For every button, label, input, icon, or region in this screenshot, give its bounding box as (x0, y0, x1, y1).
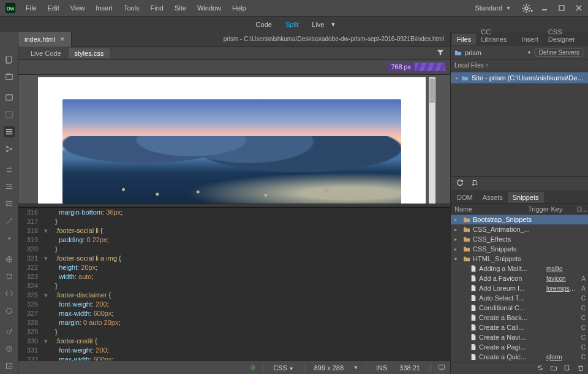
ruler[interactable]: 768 px (18, 60, 450, 75)
code-line[interactable]: 322 height: 20px; (18, 263, 450, 272)
snippet-folder[interactable]: ▸CSS_Snippets (451, 244, 588, 254)
code-line[interactable]: 325▾ .footer-disclaimer { (18, 291, 450, 300)
site-selector[interactable]: prism ▾ (454, 49, 530, 56)
tab-insert[interactable]: Insert (516, 34, 543, 45)
tab-dom[interactable]: DOM (452, 192, 478, 203)
code-line[interactable]: 321▾ .footer-social li a img { (18, 254, 450, 263)
preview-scrollbar[interactable] (429, 77, 435, 204)
code-line[interactable]: 327 max-width: 600px; (18, 309, 450, 318)
refresh-icon[interactable] (456, 178, 464, 188)
code-line[interactable]: 316 margin-bottom: 36px; (18, 208, 450, 217)
menu-insert[interactable]: Insert (91, 2, 118, 14)
related-file-tab[interactable]: styles.css (69, 48, 110, 58)
collapse-icon[interactable] (4, 271, 15, 282)
snippet-item[interactable]: Create a Pagi...C (451, 342, 588, 352)
code-line[interactable]: 319 padding: 0 22px; (18, 235, 450, 245)
tab-cc-libraries[interactable]: CC Libraries (476, 26, 516, 45)
fold-toggle[interactable] (44, 309, 50, 318)
disclosure-icon[interactable]: ▸ (454, 227, 461, 232)
view-live[interactable]: Live (308, 20, 328, 29)
code-line[interactable]: 323 width: auto; (18, 272, 450, 281)
fold-toggle[interactable] (44, 235, 50, 245)
recent-icon[interactable] (4, 343, 15, 354)
tab-assets[interactable]: Assets (478, 192, 508, 203)
view-split[interactable]: Split (282, 20, 302, 29)
comment-icon[interactable] (4, 233, 15, 244)
col-name[interactable]: Name (454, 205, 516, 213)
disclosure-icon[interactable]: ▸ (454, 237, 461, 242)
file-mgmt-icon[interactable] (4, 54, 15, 65)
fold-toggle[interactable] (44, 346, 50, 355)
live-code-tab[interactable]: Live Code (24, 48, 67, 58)
fold-toggle[interactable] (44, 327, 50, 337)
tab-files[interactable]: Files (452, 34, 476, 45)
snippet-item[interactable]: Create a Cali...C (451, 322, 588, 332)
fold-toggle[interactable] (44, 208, 50, 217)
fold-toggle[interactable] (44, 217, 50, 226)
breakpoint-badge[interactable]: 768 px (388, 63, 446, 71)
insert-snippet-icon[interactable] (470, 178, 479, 188)
code-line[interactable]: 320 } (18, 245, 450, 254)
fold-toggle[interactable]: ▾ (44, 254, 50, 263)
delete-icon[interactable] (577, 364, 584, 373)
fold-toggle[interactable] (44, 263, 50, 272)
fold-toggle[interactable]: ▾ (44, 226, 50, 235)
fold-toggle[interactable] (44, 245, 50, 254)
preview-browser-icon[interactable] (438, 364, 445, 372)
menu-view[interactable]: View (66, 2, 90, 14)
code-line[interactable]: 330▾ .footer-credit { (18, 337, 450, 346)
snippet-item[interactable]: Add Loreum I...loremipsumA (451, 283, 588, 293)
close-button[interactable] (572, 2, 586, 13)
code-line[interactable]: 317 } (18, 217, 450, 226)
menu-edit[interactable]: Edit (43, 2, 64, 14)
snippet-item[interactable]: Create a Quic...qformC (451, 352, 588, 362)
snippet-item[interactable]: Add a FaviconfaviconA (451, 273, 588, 283)
disclosure-icon[interactable]: ▸ (456, 75, 458, 81)
fold-toggle[interactable] (44, 272, 50, 281)
snippet-item[interactable]: Auto Select T...C (451, 293, 588, 303)
menu-help[interactable]: Help (227, 2, 251, 14)
col-desc[interactable]: D... (577, 205, 584, 213)
fold-toggle[interactable] (44, 281, 50, 291)
emmet-icon[interactable] (4, 288, 15, 299)
snippet-item[interactable]: Adding a Mailt...mailto (451, 264, 588, 273)
document-tab[interactable]: index.html ✕ (18, 32, 72, 47)
code-line[interactable]: 318▾ .footer-social li { (18, 226, 450, 235)
linting-ok-icon[interactable]: ⊘ (250, 364, 255, 372)
disclosure-icon[interactable]: ▸ (454, 217, 461, 223)
site-root-row[interactable]: ▸ Site - prism (C:\Users\nishkuma\Deskto… (451, 72, 588, 83)
tab-snippets[interactable]: Snippets (508, 192, 544, 203)
menu-site[interactable]: Site (170, 2, 191, 14)
snippet-folder[interactable]: ▸Bootstrap_Snippets (451, 215, 588, 224)
color-icon[interactable] (4, 305, 15, 316)
new-folder-icon[interactable] (550, 364, 557, 373)
snippet-icon[interactable] (4, 326, 15, 337)
new-snippet-icon[interactable] (564, 364, 571, 373)
sync-icon[interactable] (537, 364, 544, 373)
snippet-folder[interactable]: ▸CSS_Effects (451, 234, 588, 244)
dom-icon[interactable] (4, 143, 15, 155)
sync-settings-icon[interactable]: ▾ (521, 2, 533, 14)
menu-tools[interactable]: Tools (119, 2, 145, 14)
menu-find[interactable]: Find (146, 2, 168, 14)
close-icon[interactable]: ✕ (60, 36, 65, 42)
fold-toggle[interactable] (44, 300, 50, 309)
exchange-icon[interactable] (4, 164, 15, 175)
snippet-item[interactable]: Create a Navi...C (451, 332, 588, 342)
inspect-icon[interactable] (4, 109, 15, 120)
fold-toggle[interactable] (44, 355, 50, 361)
indent-icon[interactable] (4, 199, 15, 210)
nav-icon[interactable] (4, 254, 15, 265)
disclosure-icon[interactable]: ▾ (454, 256, 461, 262)
insert-mode[interactable]: INS (374, 364, 390, 372)
fold-toggle[interactable]: ▾ (44, 337, 50, 346)
fold-toggle[interactable]: ▾ (44, 291, 50, 300)
open-docs-icon[interactable] (4, 71, 15, 82)
maximize-button[interactable] (555, 2, 568, 13)
define-servers-button[interactable]: Define Servers (534, 48, 584, 57)
snippet-folder[interactable]: ▸CSS_Animation_... (451, 224, 588, 234)
tab-css-designer[interactable]: CSS Designer (543, 26, 588, 45)
wand-icon[interactable] (4, 216, 15, 227)
code-line[interactable]: 329 } (18, 327, 450, 337)
code-line[interactable]: 324 } (18, 281, 450, 291)
